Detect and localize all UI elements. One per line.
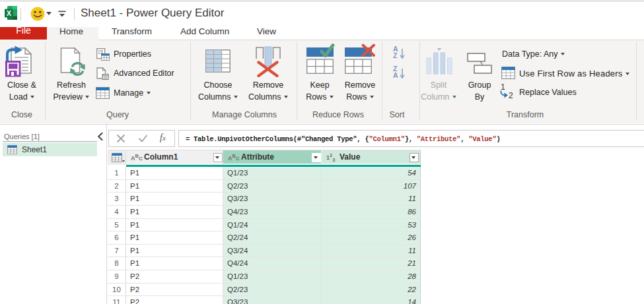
svg-text:X: X [7,9,11,17]
